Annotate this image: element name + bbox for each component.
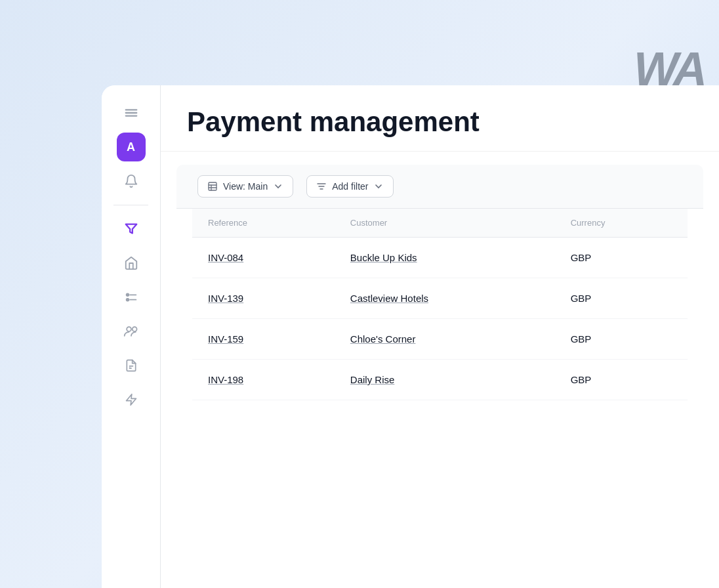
cell-customer: Buckle Up Kids [335,238,555,278]
svg-marker-13 [126,394,136,406]
home-icon[interactable] [117,249,146,278]
app-card: A [102,85,719,588]
cell-customer: Castleview Hotels [335,278,555,319]
svg-point-4 [126,294,129,297]
table-row: INV-084 Buckle Up Kids GBP [192,238,688,278]
user-avatar[interactable]: A [117,133,146,161]
table-row: INV-198 Daily Rise GBP [192,360,688,400]
filter-lines-icon [316,181,327,192]
cell-currency: GBP [555,238,688,278]
customer-link[interactable]: Castleview Hotels [350,293,428,304]
main-content: Payment management View: Main [161,85,719,588]
cell-customer: Daily Rise [335,360,555,400]
filter-icon[interactable] [117,215,146,243]
team-icon[interactable] [117,317,146,346]
table-row: INV-159 Chloe's Corner GBP [192,319,688,360]
payment-table: Reference Customer Currency INV-084 Buck… [192,209,688,400]
filter-label: Add filter [332,181,368,192]
customer-link[interactable]: Daily Rise [350,374,395,385]
reference-link[interactable]: INV-139 [208,293,243,304]
cell-reference: INV-159 [192,319,335,360]
svg-point-9 [132,327,136,331]
view-selector[interactable]: View: Main [197,175,293,198]
reference-link[interactable]: INV-198 [208,374,243,385]
add-filter-button[interactable]: Add filter [306,175,394,198]
col-customer: Customer [335,209,555,238]
customer-link[interactable]: Buckle Up Kids [350,252,417,263]
page-title: Payment management [187,106,693,138]
svg-rect-14 [209,182,216,190]
cell-reference: INV-084 [192,238,335,278]
table-icon [207,181,218,192]
view-label: View: Main [223,181,268,192]
col-currency: Currency [555,209,688,238]
table-container: View: Main Add filter [161,152,719,588]
cell-currency: GBP [555,319,688,360]
menu-icon[interactable] [117,98,146,127]
reference-link[interactable]: INV-084 [208,252,243,263]
table-row: INV-139 Castleview Hotels GBP [192,278,688,319]
view-chevron-icon [273,181,283,192]
svg-text:WA: WA [634,43,705,92]
cell-reference: INV-139 [192,278,335,319]
cell-customer: Chloe's Corner [335,319,555,360]
filter-chevron-icon [373,181,384,192]
svg-point-8 [127,327,131,331]
sidebar-divider [113,205,148,205]
tasks-icon[interactable] [117,283,146,312]
reference-link[interactable]: INV-159 [208,333,243,345]
table-wrapper: Reference Customer Currency INV-084 Buck… [161,209,719,400]
toolbar: View: Main Add filter [176,165,703,209]
invoice-icon[interactable]: £ [117,351,146,380]
notification-icon[interactable] [117,167,146,196]
cell-reference: INV-198 [192,360,335,400]
lightning-icon[interactable] [117,385,146,414]
svg-point-6 [126,299,129,301]
col-reference: Reference [192,209,335,238]
customer-link[interactable]: Chloe's Corner [350,333,416,345]
sidebar: A [102,85,161,588]
wa-logo: WA [634,39,712,100]
cell-currency: GBP [555,278,688,319]
cell-currency: GBP [555,360,688,400]
